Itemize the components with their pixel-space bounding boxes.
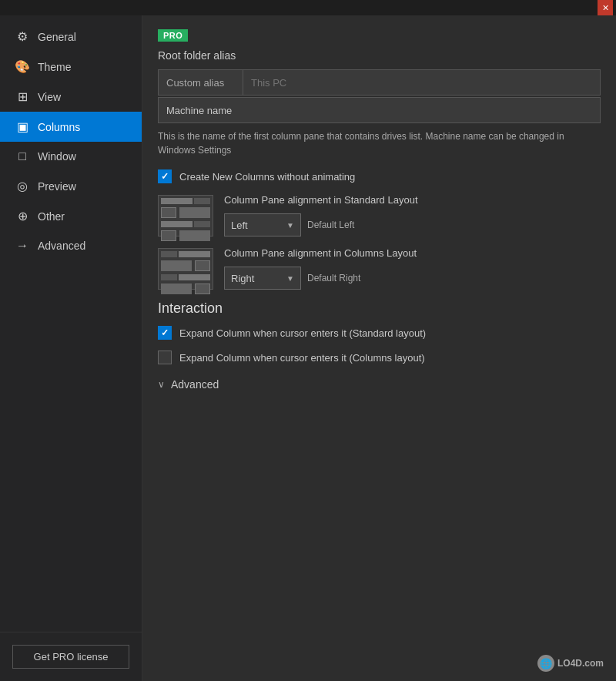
sidebar-item-label: View: [38, 91, 61, 103]
standard-layout-default: Default Left: [307, 220, 354, 230]
checkmark-icon: ✓: [161, 327, 169, 338]
advanced-chevron-icon: ∨: [158, 379, 165, 390]
interaction-checkbox2[interactable]: [158, 351, 172, 364]
custom-alias-input[interactable]: [243, 69, 601, 96]
advanced-icon: →: [15, 239, 30, 253]
close-button[interactable]: ✕: [598, 0, 613, 15]
sidebar-item-label: Preview: [38, 180, 76, 193]
view-icon: ⊞: [15, 89, 30, 104]
standard-layout-dropdown[interactable]: Left ▼: [224, 213, 301, 237]
general-icon: ⚙: [15, 29, 30, 44]
sidebar-item-label: Advanced: [38, 240, 85, 252]
standard-layout-controls: Column Pane alignment in Standard Layout…: [224, 194, 418, 237]
interaction-checkbox1-row[interactable]: ✓ Expand Column when cursor enters it (S…: [158, 326, 601, 340]
interaction-checkbox1-label: Expand Column when cursor enters it (Sta…: [179, 327, 426, 339]
sidebar-item-window[interactable]: □ Window: [0, 142, 142, 171]
standard-layout-icon: [158, 195, 213, 237]
sidebar-item-label: General: [38, 31, 76, 43]
interaction-section-title: Interaction: [158, 300, 601, 317]
columns-layout-default: Default Right: [307, 273, 360, 283]
columns-layout-dropdown-row: Right ▼ Default Right: [224, 267, 417, 290]
interaction-checkbox1[interactable]: ✓: [158, 326, 172, 340]
dropdown-arrow-icon: ▼: [286, 274, 294, 283]
create-columns-checkbox-row[interactable]: ✓ Create New Columns without animating: [158, 169, 601, 183]
custom-alias-label: Custom alias: [158, 69, 243, 96]
columns-layout-dropdown-value: Right: [231, 273, 254, 284]
get-pro-license-button[interactable]: Get PRO license: [12, 645, 129, 669]
root-folder-label: Root folder alias: [158, 49, 601, 62]
sidebar-item-theme[interactable]: 🎨 Theme: [0, 52, 142, 82]
columns-layout-title: Column Pane alignment in Columns Layout: [224, 247, 417, 259]
columns-layout-dropdown[interactable]: Right ▼: [224, 267, 301, 290]
columns-layout-icon: [158, 248, 213, 290]
machine-name-label: Machine name: [166, 105, 232, 116]
sidebar-item-advanced[interactable]: → Advanced: [0, 231, 142, 260]
interaction-checkbox2-label: Expand Column when cursor enters it (Col…: [179, 352, 425, 364]
watermark-text: LO4D.com: [557, 658, 604, 669]
columns-layout-controls: Column Pane alignment in Columns Layout …: [224, 247, 417, 290]
root-folder-info: This is the name of the first column pan…: [158, 129, 601, 157]
checkmark-icon: ✓: [161, 171, 169, 182]
columns-icon: ▣: [15, 119, 30, 134]
custom-alias-row: Custom alias: [158, 69, 601, 96]
sidebar-item-view[interactable]: ⊞ View: [0, 82, 142, 112]
create-columns-label: Create New Columns without animating: [179, 171, 355, 183]
theme-icon: 🎨: [15, 59, 30, 74]
window-icon: □: [15, 149, 30, 163]
sidebar-item-label: Window: [38, 150, 76, 163]
standard-layout-dropdown-row: Left ▼ Default Left: [224, 213, 418, 237]
other-icon: ⊕: [15, 209, 30, 223]
sidebar-nav: ⚙ General 🎨 Theme ⊞ View ▣ Columns □ Win…: [0, 15, 142, 632]
advanced-collapsible-label: Advanced: [171, 378, 219, 391]
sidebar-item-general[interactable]: ⚙ General: [0, 22, 142, 52]
sidebar-item-label: Theme: [38, 61, 72, 73]
standard-layout-title: Column Pane alignment in Standard Layout: [224, 194, 418, 206]
sidebar-item-other[interactable]: ⊕ Other: [0, 201, 142, 231]
columns-layout-row: Column Pane alignment in Columns Layout …: [158, 247, 601, 290]
sidebar-bottom: Get PRO license: [0, 632, 142, 681]
sidebar: ⚙ General 🎨 Theme ⊞ View ▣ Columns □ Win…: [0, 15, 142, 681]
title-bar: ✕: [0, 0, 616, 15]
dropdown-arrow-icon: ▼: [286, 221, 294, 230]
standard-layout-dropdown-value: Left: [231, 220, 248, 231]
machine-name-row: Machine name: [158, 97, 601, 123]
create-columns-checkbox[interactable]: ✓: [158, 169, 172, 183]
preview-icon: ◎: [15, 179, 30, 193]
content-area: PRO Root folder alias Custom alias Machi…: [142, 15, 616, 681]
sidebar-item-label: Other: [38, 210, 65, 223]
app-container: ⚙ General 🎨 Theme ⊞ View ▣ Columns □ Win…: [0, 15, 616, 681]
sidebar-item-label: Columns: [38, 121, 80, 133]
interaction-checkbox2-row[interactable]: Expand Column when cursor enters it (Col…: [158, 351, 601, 364]
watermark: 🌐 LO4D.com: [537, 655, 604, 672]
advanced-collapsible[interactable]: ∨ Advanced: [158, 375, 601, 394]
standard-layout-row: Column Pane alignment in Standard Layout…: [158, 194, 601, 237]
sidebar-item-columns[interactable]: ▣ Columns: [0, 112, 142, 142]
sidebar-item-preview[interactable]: ◎ Preview: [0, 171, 142, 201]
pro-badge: PRO: [158, 29, 188, 42]
globe-icon: 🌐: [537, 655, 554, 672]
